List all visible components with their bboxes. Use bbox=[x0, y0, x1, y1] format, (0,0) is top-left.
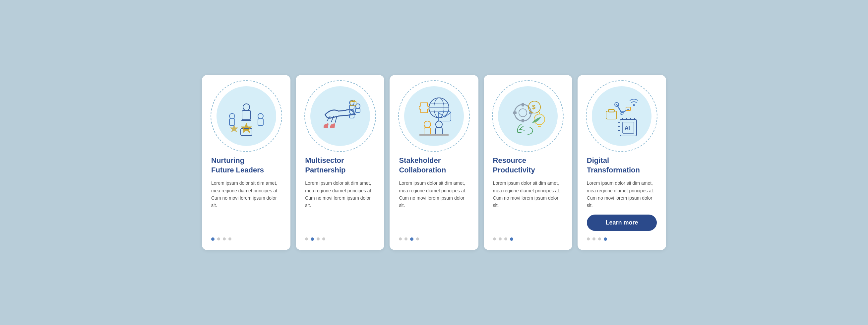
card-title-2: MultisectorPartnership bbox=[305, 156, 345, 175]
svg-point-28 bbox=[424, 121, 431, 128]
svg-rect-32 bbox=[419, 134, 449, 136]
digital-transformation-icon: AI bbox=[597, 91, 647, 141]
svg-rect-2 bbox=[241, 120, 251, 121]
card-icon-area-4: $ bbox=[493, 83, 563, 149]
svg-point-23 bbox=[434, 98, 444, 118]
card-dots-5 bbox=[587, 237, 607, 241]
dot-5-2[interactable] bbox=[598, 237, 601, 240]
svg-point-30 bbox=[436, 121, 442, 128]
svg-rect-27 bbox=[438, 112, 451, 121]
svg-line-56 bbox=[622, 110, 628, 113]
card-icon-area-2 bbox=[305, 83, 375, 149]
svg-point-3 bbox=[229, 113, 235, 119]
svg-point-58 bbox=[620, 111, 623, 114]
svg-rect-31 bbox=[436, 128, 442, 135]
dot-2-3[interactable] bbox=[322, 237, 325, 240]
icon-circle-1 bbox=[217, 86, 276, 146]
svg-rect-20 bbox=[350, 101, 356, 106]
svg-point-5 bbox=[258, 113, 263, 119]
dot-3-2[interactable] bbox=[410, 237, 413, 241]
dot-4-1[interactable] bbox=[499, 237, 502, 240]
svg-rect-38 bbox=[529, 112, 532, 114]
card-title-4: ResourceProductivity bbox=[493, 156, 535, 175]
svg-rect-45 bbox=[620, 119, 637, 136]
icon-circle-5: AI bbox=[592, 86, 651, 146]
card-icon-area-3 bbox=[399, 83, 469, 149]
card-dots-1 bbox=[211, 237, 231, 241]
dot-3-3[interactable] bbox=[416, 237, 419, 240]
dot-1-0[interactable] bbox=[211, 237, 215, 241]
card-digital-transformation: AI bbox=[578, 75, 666, 250]
svg-text:AI: AI bbox=[625, 125, 630, 131]
svg-point-39 bbox=[528, 101, 540, 113]
svg-rect-35 bbox=[522, 103, 524, 107]
dot-1-1[interactable] bbox=[217, 237, 220, 240]
resource-productivity-icon: $ bbox=[503, 91, 553, 141]
svg-line-13 bbox=[335, 116, 337, 122]
multisector-partnership-icon bbox=[315, 91, 365, 141]
svg-point-57 bbox=[615, 102, 619, 107]
svg-rect-60 bbox=[606, 111, 617, 119]
card-icon-area-5: AI bbox=[587, 83, 657, 149]
svg-point-1 bbox=[243, 104, 250, 111]
dot-2-2[interactable] bbox=[317, 237, 320, 240]
svg-line-12 bbox=[331, 116, 334, 122]
svg-rect-9 bbox=[243, 127, 249, 130]
card-title-3: StakeholderCollaboration bbox=[399, 156, 446, 175]
svg-point-34 bbox=[519, 109, 527, 117]
icon-circle-3 bbox=[404, 86, 464, 146]
dot-5-3[interactable] bbox=[604, 237, 607, 241]
svg-rect-61 bbox=[609, 110, 614, 112]
card-dots-2 bbox=[305, 237, 325, 241]
card-multisector-partnership: MultisectorPartnership Lorem ipsum dolor… bbox=[296, 75, 384, 250]
svg-rect-19 bbox=[349, 114, 354, 118]
card-title-5: DigitalTransformation bbox=[587, 156, 640, 175]
card-body-5: Lorem ipsum dolor sit dim amet, mea regi… bbox=[587, 179, 657, 209]
svg-point-41 bbox=[534, 114, 545, 125]
card-title-1: NurturingFuture Leaders bbox=[211, 156, 264, 175]
nurturing-leaders-icon bbox=[221, 91, 271, 141]
svg-point-18 bbox=[349, 110, 354, 114]
dot-3-1[interactable] bbox=[404, 237, 407, 240]
svg-rect-17 bbox=[355, 109, 360, 112]
dot-3-0[interactable] bbox=[399, 237, 402, 240]
svg-point-33 bbox=[515, 105, 531, 121]
svg-marker-10 bbox=[230, 125, 238, 132]
dot-1-2[interactable] bbox=[223, 237, 226, 240]
card-resource-productivity: $ ResourceProductivity Lorem ipsum dolor… bbox=[484, 75, 572, 250]
svg-point-16 bbox=[355, 104, 360, 109]
svg-text:$: $ bbox=[532, 104, 535, 111]
dot-1-3[interactable] bbox=[228, 237, 231, 240]
dot-2-0[interactable] bbox=[305, 237, 308, 240]
card-dots-3 bbox=[399, 237, 419, 241]
svg-rect-36 bbox=[522, 119, 524, 122]
card-body-1: Lorem ipsum dolor sit dim amet, mea regi… bbox=[211, 179, 281, 231]
learn-more-button[interactable]: Learn more bbox=[587, 214, 657, 231]
svg-point-62 bbox=[633, 104, 635, 106]
svg-point-22 bbox=[429, 98, 449, 118]
svg-rect-15 bbox=[349, 105, 354, 109]
card-icon-area-1 bbox=[211, 83, 281, 149]
svg-line-55 bbox=[617, 105, 622, 113]
dot-4-2[interactable] bbox=[504, 237, 507, 240]
dot-5-1[interactable] bbox=[592, 237, 595, 240]
dot-4-3[interactable] bbox=[510, 237, 513, 241]
icon-circle-2 bbox=[310, 86, 370, 146]
svg-rect-4 bbox=[229, 119, 235, 125]
dot-5-0[interactable] bbox=[587, 237, 590, 240]
card-dots-4 bbox=[493, 237, 513, 241]
card-stakeholder-collaboration: StakeholderCollaboration Lorem ipsum dol… bbox=[390, 75, 478, 250]
svg-rect-6 bbox=[258, 119, 263, 125]
dot-4-0[interactable] bbox=[493, 237, 496, 240]
card-body-2: Lorem ipsum dolor sit dim amet, mea regi… bbox=[305, 179, 375, 231]
svg-point-14 bbox=[349, 100, 354, 105]
dot-2-1[interactable] bbox=[311, 237, 314, 241]
svg-rect-29 bbox=[424, 128, 431, 135]
cards-container: NurturingFuture Leaders Lorem ipsum dolo… bbox=[202, 75, 666, 250]
svg-rect-0 bbox=[242, 111, 251, 120]
svg-marker-7 bbox=[241, 123, 252, 133]
svg-rect-8 bbox=[241, 128, 252, 136]
svg-rect-46 bbox=[623, 122, 634, 133]
stakeholder-collaboration-icon bbox=[409, 91, 459, 141]
card-body-3: Lorem ipsum dolor sit dim amet, mea regi… bbox=[399, 179, 469, 231]
